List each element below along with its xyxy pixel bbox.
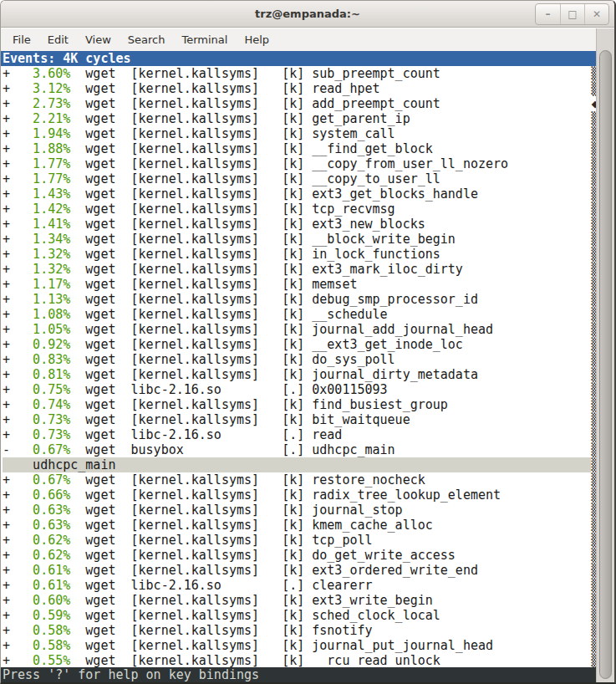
overhead-percent: 0.73%	[10, 427, 70, 442]
row-detail: wget [kernel.kallsyms] [k] __rcu_read_un…	[70, 653, 591, 668]
table-row[interactable]: + 1.32% wget [kernel.kallsyms] [k] ext3_…	[1, 262, 596, 277]
row-detail: wget [kernel.kallsyms] [k] ext3_get_bloc…	[70, 186, 591, 202]
table-row[interactable]: + 1.88% wget [kernel.kallsyms] [k] __fin…	[1, 141, 596, 156]
table-row[interactable]: + 1.05% wget [kernel.kallsyms] [k] journ…	[1, 322, 596, 337]
expand-marker: +	[3, 81, 10, 96]
overhead-percent: 2.73%	[10, 96, 70, 111]
menu-item-terminal[interactable]: Terminal	[173, 28, 236, 51]
scrollbar-track[interactable]	[596, 28, 614, 682]
overhead-percent: 1.43%	[10, 186, 70, 202]
overhead-percent: 0.81%	[10, 367, 70, 382]
table-row[interactable]: + 1.77% wget [kernel.kallsyms] [k] __cop…	[1, 171, 596, 186]
table-row[interactable]: + 1.08% wget [kernel.kallsyms] [k] __sch…	[1, 307, 596, 322]
overhead-percent: 1.88%	[10, 141, 70, 156]
overhead-percent: 0.55%	[10, 653, 70, 668]
table-row[interactable]: - 0.67% wget busybox [.] udhcpc_main ▒	[1, 442, 596, 457]
terminal-window: trz@empanada:~ – □ ✕ FileEditViewSearchT…	[0, 0, 616, 684]
row-line: + 0.55% wget [kernel.kallsyms] [k] __rcu…	[3, 653, 591, 668]
expand-marker: +	[3, 533, 10, 548]
table-row[interactable]: + 0.58% wget [kernel.kallsyms] [k] journ…	[1, 638, 596, 653]
table-row[interactable]: + 0.59% wget [kernel.kallsyms] [k] sched…	[1, 608, 596, 623]
expand-marker: +	[3, 156, 10, 171]
overhead-percent: 0.61%	[10, 563, 70, 578]
row-line: + 0.58% wget [kernel.kallsyms] [k] journ…	[3, 638, 591, 653]
row-detail: wget busybox [.] udhcpc_main	[70, 442, 591, 457]
menu-item-file[interactable]: File	[4, 28, 39, 51]
menu-item-edit[interactable]: Edit	[39, 28, 77, 51]
row-detail: wget [kernel.kallsyms] [k] sched_clock_l…	[70, 608, 591, 623]
row-detail: wget [kernel.kallsyms] [k] do_get_write_…	[70, 548, 591, 563]
table-row[interactable]: + 0.73% wget [kernel.kallsyms] [k] bit_w…	[1, 412, 596, 427]
row-line: + 0.61% wget libc-2.16.so [.] clearerr	[3, 578, 591, 593]
table-row[interactable]: + 0.58% wget [kernel.kallsyms] [k] fsnot…	[1, 623, 596, 638]
table-row[interactable]: + 1.43% wget [kernel.kallsyms] [k] ext3_…	[1, 186, 596, 202]
table-row[interactable]: + 1.32% wget [kernel.kallsyms] [k] in_lo…	[1, 247, 596, 262]
minimize-button[interactable]: –	[536, 4, 560, 24]
row-detail: wget [kernel.kallsyms] [k] ext3_write_be…	[70, 593, 591, 608]
table-row[interactable]: + 1.13% wget [kernel.kallsyms] [k] debug…	[1, 292, 596, 307]
window-title: trz@empanada:~	[255, 8, 360, 20]
table-row[interactable]: + 0.66% wget [kernel.kallsyms] [k] radix…	[1, 487, 596, 503]
table-row[interactable]: + 0.63% wget [kernel.kallsyms] [k] journ…	[1, 503, 596, 518]
overhead-percent: 0.59%	[10, 608, 70, 623]
maximize-button[interactable]: □	[560, 4, 584, 24]
table-row[interactable]: + 0.83% wget [kernel.kallsyms] [k] do_sy…	[1, 352, 596, 367]
row-line: + 1.41% wget [kernel.kallsyms] [k] ext3_…	[3, 217, 591, 232]
table-row[interactable]: + 0.73% wget libc-2.16.so [.] read ▒	[1, 427, 596, 442]
table-row[interactable]: + 0.74% wget [kernel.kallsyms] [k] find_…	[1, 397, 596, 412]
menu-item-search[interactable]: Search	[120, 28, 174, 51]
scrollbar-thumb[interactable]	[599, 50, 612, 679]
table-row[interactable]: + 0.63% wget [kernel.kallsyms] [k] kmem_…	[1, 518, 596, 533]
row-detail: wget [kernel.kallsyms] [k] journal_put_j…	[70, 638, 591, 653]
table-row[interactable]: + 0.61% wget [kernel.kallsyms] [k] ext3_…	[1, 563, 596, 578]
table-row[interactable]: + 2.73% wget [kernel.kallsyms] [k] add_p…	[1, 96, 596, 111]
row-line: udhcpc_main	[3, 457, 591, 472]
menu-item-help[interactable]: Help	[236, 28, 277, 51]
overhead-percent: 1.94%	[10, 126, 70, 141]
expand-marker: +	[3, 518, 10, 533]
row-detail: wget [kernel.kallsyms] [k] kmem_cache_al…	[70, 518, 591, 533]
table-row[interactable]: + 0.81% wget [kernel.kallsyms] [k] journ…	[1, 367, 596, 382]
row-detail: wget libc-2.16.so [.] read	[70, 427, 591, 442]
expand-marker: +	[3, 382, 10, 397]
overhead-percent: 1.34%	[10, 232, 70, 247]
callchain-row[interactable]: udhcpc_main ▒	[1, 457, 596, 472]
menu-item-view[interactable]: View	[77, 28, 120, 51]
row-detail: wget [kernel.kallsyms] [k] ext3_mark_ilo…	[70, 262, 591, 277]
table-row[interactable]: + 0.55% wget [kernel.kallsyms] [k] __rcu…	[1, 653, 596, 668]
table-row[interactable]: + 3.60% wget [kernel.kallsyms] [k] sub_p…	[1, 66, 596, 81]
expand-marker: +	[3, 322, 10, 337]
table-row[interactable]: + 0.62% wget [kernel.kallsyms] [k] do_ge…	[1, 548, 596, 563]
table-row[interactable]: + 1.42% wget [kernel.kallsyms] [k] tcp_r…	[1, 202, 596, 217]
window-buttons: – □ ✕	[535, 3, 609, 25]
table-row[interactable]: + 1.17% wget [kernel.kallsyms] [k] memse…	[1, 277, 596, 292]
table-row[interactable]: + 1.34% wget [kernel.kallsyms] [k] __blo…	[1, 232, 596, 247]
minimize-icon: –	[546, 8, 551, 20]
table-row[interactable]: + 2.21% wget [kernel.kallsyms] [k] get_p…	[1, 111, 596, 126]
table-row[interactable]: + 3.12% wget [kernel.kallsyms] [k] read_…	[1, 81, 596, 96]
expand-marker: +	[3, 292, 10, 307]
expand-marker: +	[3, 578, 10, 593]
expand-marker: +	[3, 337, 10, 352]
row-detail: wget [kernel.kallsyms] [k] journal_dirty…	[70, 367, 591, 382]
row-line: + 2.21% wget [kernel.kallsyms] [k] get_p…	[3, 111, 591, 126]
table-row[interactable]: + 0.61% wget libc-2.16.so [.] clearerr ▒	[1, 578, 596, 593]
table-row[interactable]: + 1.77% wget [kernel.kallsyms] [k] __cop…	[1, 156, 596, 171]
table-row[interactable]: + 0.67% wget [kernel.kallsyms] [k] resto…	[1, 472, 596, 487]
close-button[interactable]: ✕	[584, 4, 608, 24]
row-detail: wget [kernel.kallsyms] [k] restore_noche…	[70, 472, 591, 487]
table-row[interactable]: + 0.92% wget [kernel.kallsyms] [k] __ext…	[1, 337, 596, 352]
close-icon: ✕	[593, 8, 601, 20]
row-detail: wget [kernel.kallsyms] [k] bit_waitqueue	[70, 412, 591, 427]
terminal-content: Events: 4K cycles + 3.60% wget [kernel.k…	[1, 51, 596, 682]
title-bar[interactable]: trz@empanada:~ – □ ✕	[1, 1, 614, 28]
table-row[interactable]: + 0.75% wget libc-2.16.so [.] 0x00115093…	[1, 382, 596, 397]
table-row[interactable]: + 1.41% wget [kernel.kallsyms] [k] ext3_…	[1, 217, 596, 232]
table-row[interactable]: + 0.62% wget [kernel.kallsyms] [k] tcp_p…	[1, 533, 596, 548]
overhead-percent: 1.42%	[10, 202, 70, 217]
table-row[interactable]: + 0.60% wget [kernel.kallsyms] [k] ext3_…	[1, 593, 596, 608]
expand-marker: +	[3, 608, 10, 623]
table-row[interactable]: + 1.94% wget [kernel.kallsyms] [k] syste…	[1, 126, 596, 141]
overhead-percent: 1.32%	[10, 262, 70, 277]
overhead-percent: 0.66%	[10, 487, 70, 503]
